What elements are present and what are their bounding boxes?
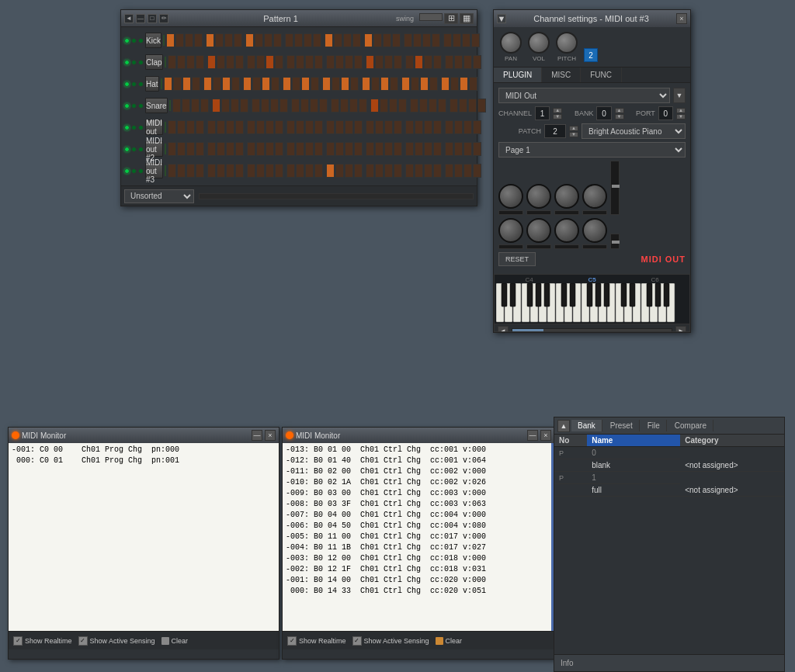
step[interactable]	[196, 164, 204, 178]
step[interactable]	[319, 99, 328, 113]
step[interactable]	[196, 120, 204, 134]
step[interactable]	[445, 120, 453, 134]
step[interactable]	[443, 33, 452, 47]
step[interactable]	[384, 142, 393, 156]
step[interactable]	[231, 77, 240, 91]
piano-keyboard[interactable]: /* piano drawn below */	[496, 283, 682, 324]
pb-nav-up-btn[interactable]: ▲	[557, 420, 570, 432]
step[interactable]	[335, 164, 344, 178]
vol-knob[interactable]	[528, 32, 550, 54]
mm1-minimize-btn[interactable]: —	[252, 430, 262, 441]
led-snare-mute[interactable]	[131, 103, 137, 109]
step[interactable]	[304, 33, 312, 47]
mm1-realtime-checkbox[interactable]: ✓	[13, 636, 23, 646]
step[interactable]	[266, 164, 274, 178]
ch-mini-fader-clap[interactable]	[165, 57, 166, 68]
led-snare-solo[interactable]	[138, 103, 144, 109]
step[interactable]	[235, 142, 244, 156]
step[interactable]	[305, 142, 314, 156]
step[interactable]	[207, 142, 216, 156]
plugin-arrow-btn[interactable]: ▼	[673, 88, 686, 103]
step[interactable]	[271, 77, 279, 91]
led-midiout3-active[interactable]	[124, 168, 130, 174]
patch-down-arrow[interactable]: ▼	[569, 132, 578, 137]
step[interactable]	[375, 164, 384, 178]
channel-name-kick[interactable]: Kick	[145, 33, 161, 48]
led-midiout2-active[interactable]	[124, 147, 130, 152]
step[interactable]	[222, 77, 231, 91]
step[interactable]	[375, 120, 384, 134]
step[interactable]	[433, 55, 442, 69]
step[interactable]	[340, 99, 349, 113]
step[interactable]	[256, 55, 265, 69]
mm1-active-sensing-checkbox[interactable]: ✓	[78, 636, 88, 646]
plugin-knob-5[interactable]	[498, 218, 523, 243]
mm2-minimize-btn[interactable]: —	[527, 430, 538, 441]
step[interactable]	[468, 99, 477, 113]
step[interactable]	[266, 142, 274, 156]
ch-mini-fader-midiout3[interactable]	[165, 165, 166, 176]
step[interactable]	[335, 120, 344, 134]
pb-row-1b[interactable]: full <not assigned>	[554, 484, 784, 497]
step[interactable]	[262, 77, 270, 91]
ch-mini-fader-midiout2[interactable]	[165, 144, 166, 154]
step[interactable]	[168, 164, 176, 178]
step[interactable]	[231, 99, 239, 113]
step[interactable]	[404, 33, 412, 47]
plugin-knob-2[interactable]	[526, 184, 551, 209]
step[interactable]	[261, 99, 269, 113]
pb-tab-preset[interactable]: Preset	[604, 420, 640, 431]
step[interactable]	[473, 55, 481, 69]
step[interactable]	[168, 55, 176, 69]
step[interactable]	[264, 33, 273, 47]
step[interactable]	[270, 99, 279, 113]
pb-col-no[interactable]: No	[554, 435, 587, 447]
step[interactable]	[366, 164, 374, 178]
ch-mini-fader-kick[interactable]	[163, 35, 165, 46]
step[interactable]	[186, 120, 195, 134]
step[interactable]	[433, 142, 442, 156]
step[interactable]	[473, 164, 481, 178]
step[interactable]	[362, 77, 370, 91]
step[interactable]	[196, 142, 204, 156]
step[interactable]	[177, 164, 186, 178]
step[interactable]	[186, 164, 195, 178]
pb-col-category[interactable]: Category	[680, 435, 784, 447]
step[interactable]	[332, 77, 340, 91]
step[interactable]	[441, 77, 450, 91]
step[interactable]	[235, 55, 244, 69]
step[interactable]	[380, 77, 389, 91]
step[interactable]	[226, 142, 234, 156]
step[interactable]	[422, 33, 431, 47]
step[interactable]	[256, 120, 265, 134]
step[interactable]	[286, 164, 295, 178]
step[interactable]	[252, 77, 261, 91]
led-hat-solo[interactable]	[138, 81, 144, 87]
step[interactable]	[182, 77, 191, 91]
pattern-minimize-btn[interactable]: —	[136, 14, 145, 23]
step[interactable]	[252, 99, 260, 113]
step[interactable]	[463, 55, 472, 69]
step[interactable]	[326, 164, 335, 178]
step[interactable]	[375, 142, 384, 156]
step[interactable]	[415, 55, 423, 69]
pattern-arrow-left-btn[interactable]: ◄	[124, 14, 134, 23]
step[interactable]	[463, 164, 472, 178]
step[interactable]	[454, 55, 463, 69]
step[interactable]	[221, 99, 230, 113]
step[interactable]	[177, 55, 186, 69]
step[interactable]	[314, 55, 323, 69]
step[interactable]	[256, 164, 265, 178]
step[interactable]	[168, 120, 176, 134]
reset-button[interactable]: RESET	[498, 252, 536, 266]
step[interactable]	[473, 142, 481, 156]
step[interactable]	[454, 142, 463, 156]
bank-up-arrow[interactable]: ▲	[615, 108, 624, 113]
step[interactable]	[383, 33, 391, 47]
step[interactable]	[217, 164, 225, 178]
mm2-close-btn[interactable]: ×	[540, 430, 551, 441]
step[interactable]	[196, 55, 204, 69]
step[interactable]	[405, 120, 414, 134]
step[interactable]	[389, 99, 398, 113]
step[interactable]	[394, 120, 402, 134]
